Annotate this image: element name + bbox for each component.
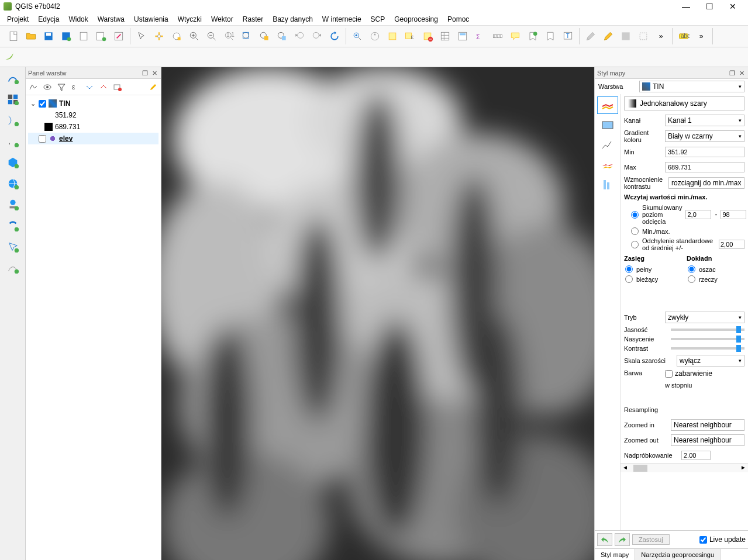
menu-internet[interactable]: W internecie — [318, 14, 366, 25]
style-manager-icon[interactable] — [111, 28, 127, 44]
cum-lo-input[interactable] — [685, 210, 711, 219]
save-edits-icon[interactable] — [618, 28, 634, 44]
saturation-slider[interactable] — [671, 338, 744, 340]
zoom-full-icon[interactable] — [239, 28, 255, 44]
rendering-tab-icon[interactable] — [597, 156, 618, 174]
radio-std[interactable]: Odchylenie standardowe od średniej +/- — [621, 236, 748, 253]
attributes-icon[interactable] — [437, 28, 453, 44]
new-shapefile-icon[interactable] — [4, 238, 22, 255]
zoom-in-icon[interactable] — [186, 28, 202, 44]
mode-select[interactable]: zwykły▾ — [665, 312, 744, 323]
select-icon[interactable] — [384, 28, 401, 44]
close-button[interactable]: ✕ — [721, 0, 744, 13]
new-print-icon[interactable] — [75, 28, 92, 44]
label-tool-icon[interactable]: abc — [675, 28, 692, 44]
overflow-icon[interactable]: » — [653, 28, 669, 44]
min-input[interactable] — [665, 147, 744, 157]
range-full-radio[interactable] — [625, 265, 633, 273]
chevron-down-icon[interactable]: ⌄ — [30, 100, 39, 108]
acc-est-radio[interactable] — [688, 265, 695, 273]
bookmark-new-icon[interactable] — [525, 28, 541, 44]
stats-icon[interactable]: Σ — [472, 28, 488, 44]
filter-icon[interactable] — [55, 81, 68, 94]
renderer-select[interactable]: Jednokanałowy szary — [624, 96, 744, 110]
eye-icon[interactable] — [41, 81, 54, 94]
range-cur-radio[interactable] — [625, 275, 633, 283]
deselect-icon[interactable] — [419, 28, 436, 44]
refresh-icon[interactable] — [326, 28, 343, 44]
menu-geoproc[interactable]: Geoprocesing — [389, 14, 443, 25]
oversampling-input[interactable] — [681, 451, 711, 460]
menu-widok[interactable]: Widok — [64, 14, 92, 25]
channel-select[interactable]: Kanał 1▾ — [665, 115, 744, 126]
menu-projekt[interactable]: Projekt — [2, 14, 33, 25]
pan-selection-icon[interactable] — [168, 28, 185, 44]
menu-pomoc[interactable]: Pomoc — [443, 14, 474, 25]
expand-icon[interactable] — [83, 81, 96, 94]
new-geopackage-icon[interactable] — [4, 259, 22, 276]
menu-edycja[interactable]: Edycja — [33, 14, 64, 25]
menu-ustawienia[interactable]: Ustawienia — [129, 14, 173, 25]
zoom-selection-icon[interactable] — [256, 28, 273, 44]
add-feature-icon[interactable] — [635, 28, 652, 44]
apply-button[interactable]: Zastosuj — [632, 534, 670, 545]
tab-style[interactable]: Styl mapy — [595, 549, 635, 560]
undock-style-icon[interactable]: ❐ — [728, 69, 736, 77]
layers-tree[interactable]: ⌄ TIN 351.92 689.731 elev — [26, 95, 161, 560]
edit-pencil-icon[interactable] — [582, 28, 599, 44]
layer-elev-row[interactable]: elev — [28, 133, 158, 144]
radio-minmax-input[interactable] — [631, 227, 639, 235]
pan-icon[interactable] — [151, 28, 167, 44]
virtual-layer-icon[interactable] — [4, 217, 22, 234]
wcs-layer-icon[interactable] — [4, 196, 22, 213]
text-annotation-icon[interactable]: T — [560, 28, 576, 44]
maptip-icon[interactable] — [507, 28, 523, 44]
tab-processing[interactable]: Narzędzia geoprocesingu — [635, 549, 721, 560]
collapse-icon[interactable] — [97, 81, 110, 94]
identify-icon[interactable] — [349, 28, 366, 44]
scroll-thumb[interactable] — [633, 465, 647, 472]
undo-style-icon[interactable] — [597, 533, 612, 546]
zoomed-out-select[interactable]: Nearest neighbour — [671, 434, 744, 446]
scroll-left-icon[interactable]: ◄ — [621, 464, 630, 473]
close-panel-icon[interactable]: ✕ — [150, 69, 158, 77]
zoomed-in-select[interactable]: Nearest neighbour — [671, 419, 744, 431]
measure-icon[interactable] — [490, 28, 506, 44]
map-canvas[interactable] — [161, 67, 594, 560]
select-expr-icon[interactable]: ε — [402, 28, 418, 44]
layer-tin-row[interactable]: ⌄ TIN — [28, 98, 158, 109]
acc-real-radio[interactable] — [688, 275, 695, 283]
grayscale-select[interactable]: wyłącz▾ — [677, 355, 744, 367]
delimited-text-icon[interactable]: , — [4, 133, 22, 150]
gradient-select[interactable]: Biały w czarny▾ — [665, 130, 744, 142]
layer-tin-checkbox[interactable] — [39, 100, 46, 108]
vector-layer-icon[interactable] — [4, 70, 22, 87]
radio-cumulative[interactable]: Skumulowany poziom odcięcia - — [621, 203, 748, 226]
action-icon[interactable] — [367, 28, 383, 44]
mesh-layer-icon[interactable] — [4, 112, 22, 129]
open-project-icon[interactable] — [23, 28, 39, 44]
symbology-tab-icon[interactable] — [597, 96, 618, 114]
live-update-checkbox[interactable] — [699, 536, 707, 544]
wms-layer-icon[interactable] — [4, 175, 22, 192]
style-preset-icon[interactable] — [27, 81, 40, 94]
save-as-icon[interactable] — [58, 28, 74, 44]
zoom-out-icon[interactable] — [204, 28, 220, 44]
style-content[interactable]: Jednokanałowy szary Kanał Kanał 1▾ Gradi… — [621, 94, 748, 530]
layer-select[interactable]: TIN ▾ — [639, 81, 744, 92]
history-tab-icon[interactable] — [597, 176, 618, 193]
zoom-last-icon[interactable] — [291, 28, 308, 44]
brightness-slider[interactable] — [671, 329, 744, 331]
radio-cum-input[interactable] — [631, 211, 639, 219]
menu-wektor[interactable]: Wektor — [206, 14, 238, 25]
undock-icon[interactable]: ❐ — [141, 69, 149, 77]
save-icon[interactable] — [40, 28, 57, 44]
std-input[interactable] — [719, 240, 744, 249]
cum-hi-input[interactable] — [721, 210, 746, 219]
raster-layer-icon[interactable] — [4, 91, 22, 108]
expression-icon[interactable]: ε — [69, 81, 82, 94]
field-calc-icon[interactable] — [454, 28, 471, 44]
bookmarks-icon[interactable] — [542, 28, 559, 44]
live-update-toggle[interactable]: Live update — [699, 535, 746, 544]
zoom-native-icon[interactable]: 1:1 — [221, 28, 237, 44]
